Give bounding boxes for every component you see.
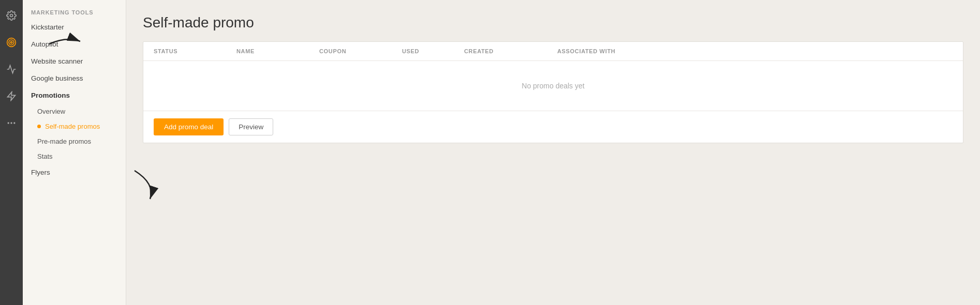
sidebar-icon-gear[interactable] (2, 6, 21, 25)
add-promo-deal-button[interactable]: Add promo deal (154, 118, 224, 135)
sidebar-sub-item-label: Self-made promos (45, 123, 100, 130)
sidebar-sub-item-pre-made-promos[interactable]: Pre-made promos (23, 134, 126, 149)
sidebar-sub-item-self-made-promos[interactable]: Self-made promos (23, 119, 126, 134)
page-title: Self-made promo (143, 14, 963, 31)
sidebar-item-promotions[interactable]: Promotions (23, 87, 126, 104)
sidebar-item-label: Flyers (31, 169, 50, 176)
sidebar-item-kickstarter[interactable]: Kickstarter (23, 19, 126, 36)
svg-point-3 (10, 41, 12, 43)
empty-message: No promo deals yet (522, 61, 584, 111)
table-body: No promo deals yet (143, 61, 963, 111)
sidebar-sub-item-label: Overview (37, 108, 65, 115)
sidebar-icon-magic[interactable] (2, 87, 21, 105)
col-used: USED (402, 48, 464, 54)
svg-marker-4 (8, 92, 16, 101)
svg-point-5 (8, 122, 9, 124)
sidebar-icon-more[interactable] (2, 114, 21, 132)
nav-sidebar: MARKETING TOOLS Kickstarter Autopilot We… (23, 0, 126, 305)
sidebar-item-label: Google business (31, 74, 83, 82)
svg-point-7 (13, 122, 15, 124)
sidebar-item-label: Promotions (31, 91, 70, 99)
sidebar-item-autopilot[interactable]: Autopilot (23, 36, 126, 53)
sidebar-item-label: Autopilot (31, 40, 58, 48)
sidebar-sub-item-stats[interactable]: Stats (23, 149, 126, 164)
active-dot (37, 125, 41, 128)
svg-point-2 (9, 40, 14, 45)
icon-sidebar (0, 0, 23, 305)
sidebar-item-label: Website scanner (31, 57, 83, 65)
col-status: STATUS (154, 48, 236, 54)
sidebar-sub-item-overview[interactable]: Overview (23, 104, 126, 119)
sidebar-item-label: Kickstarter (31, 23, 64, 31)
col-associated-with: ASSOCIATED WITH (557, 48, 953, 54)
sidebar-item-flyers[interactable]: Flyers (23, 164, 126, 181)
table-footer: Add promo deal Preview (143, 111, 963, 143)
col-created: CREATED (464, 48, 557, 54)
sidebar-icon-target[interactable] (2, 33, 21, 52)
svg-point-0 (10, 14, 13, 17)
sidebar-icon-chart[interactable] (2, 60, 21, 79)
nav-section-header: MARKETING TOOLS (23, 4, 126, 19)
sidebar-item-website-scanner[interactable]: Website scanner (23, 53, 126, 70)
svg-point-6 (10, 122, 12, 124)
sidebar-sub-item-label: Pre-made promos (37, 138, 91, 145)
col-name: NAME (236, 48, 319, 54)
col-coupon: COUPON (319, 48, 402, 54)
promo-table-card: STATUS NAME COUPON USED CREATED ASSOCIAT… (143, 41, 963, 143)
sidebar-item-google-business[interactable]: Google business (23, 70, 126, 87)
preview-button[interactable]: Preview (229, 118, 273, 135)
table-header: STATUS NAME COUPON USED CREATED ASSOCIAT… (143, 42, 963, 61)
main-content: Self-made promo STATUS NAME COUPON USED … (126, 0, 980, 305)
sidebar-sub-item-label: Stats (37, 152, 53, 160)
